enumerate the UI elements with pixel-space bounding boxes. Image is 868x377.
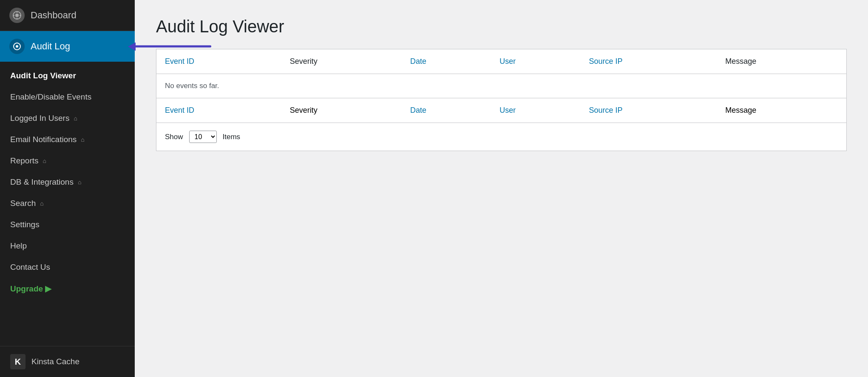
sidebar-item-contact-us[interactable]: Contact Us (0, 257, 135, 278)
col-severity[interactable]: Severity (281, 49, 402, 74)
col-message-bottom: Message (717, 98, 846, 123)
svg-point-7 (16, 45, 18, 48)
col-user-bottom[interactable]: User (491, 98, 580, 123)
audit-log-label: Audit Log (31, 41, 70, 52)
col-message: Message (717, 49, 846, 74)
col-source-ip[interactable]: Source IP (580, 49, 717, 74)
col-source-ip-bottom[interactable]: Source IP (580, 98, 717, 123)
show-items-row: Show 10 25 50 100 Items (156, 123, 846, 151)
sidebar-item-audit-log-viewer[interactable]: Audit Log Viewer (0, 65, 135, 86)
premium-icon-db-integrations: ⌂ (78, 179, 81, 186)
col-severity-bottom[interactable]: Severity (281, 98, 402, 123)
sidebar-item-enable-disable-events[interactable]: Enable/Disable Events (0, 86, 135, 108)
table-header-top: Event ID Severity Date User Source IP Me… (156, 49, 846, 74)
sidebar-item-db-integrations[interactable]: DB & Integrations ⌂ (0, 171, 135, 193)
main-content: Audit Log Viewer Event ID Severity Date … (135, 0, 868, 377)
premium-icon-search: ⌂ (40, 200, 43, 207)
dashboard-icon (9, 8, 25, 23)
no-events-row: No events so far. (156, 74, 846, 98)
col-date-bottom[interactable]: Date (402, 98, 491, 123)
sidebar-item-help[interactable]: Help (0, 235, 135, 257)
sidebar-kinsta-cache[interactable]: K Kinsta Cache (0, 346, 135, 377)
sidebar-navigation: Audit Log Viewer Enable/Disable Events L… (0, 62, 135, 346)
sidebar-item-search[interactable]: Search ⌂ (0, 193, 135, 214)
premium-icon-email-notifications: ⌂ (81, 136, 84, 143)
arrow-annotation (135, 46, 211, 48)
audit-log-table: Event ID Severity Date User Source IP Me… (156, 49, 846, 123)
dashboard-label: Dashboard (31, 10, 77, 21)
sidebar: Dashboard Audit Log Audit Log Viewer Ena… (0, 0, 135, 377)
col-date[interactable]: Date (402, 49, 491, 74)
sidebar-item-reports[interactable]: Reports ⌂ (0, 150, 135, 171)
audit-log-table-container: Event ID Severity Date User Source IP Me… (156, 49, 847, 151)
page-title: Audit Log Viewer (156, 17, 847, 36)
items-per-page-select[interactable]: 10 25 50 100 (189, 131, 217, 143)
sidebar-item-upgrade[interactable]: Upgrade ▶ (0, 278, 135, 300)
sidebar-item-dashboard[interactable]: Dashboard (0, 0, 135, 31)
show-label: Show (165, 133, 183, 141)
sidebar-audit-log-header[interactable]: Audit Log (0, 31, 135, 62)
sidebar-item-logged-in-users[interactable]: Logged In Users ⌂ (0, 108, 135, 129)
sidebar-item-settings[interactable]: Settings (0, 214, 135, 235)
kinsta-icon: K (10, 354, 26, 369)
sidebar-item-email-notifications[interactable]: Email Notifications ⌂ (0, 129, 135, 150)
premium-icon-reports: ⌂ (43, 157, 46, 164)
col-user[interactable]: User (491, 49, 580, 74)
col-event-id-bottom[interactable]: Event ID (156, 98, 281, 123)
col-event-id[interactable]: Event ID (156, 49, 281, 74)
audit-log-icon (9, 39, 25, 54)
no-events-message: No events so far. (156, 74, 846, 98)
table-header-bottom: Event ID Severity Date User Source IP Me… (156, 98, 846, 123)
svg-point-1 (15, 14, 19, 17)
items-label: Items (223, 133, 241, 141)
arrow-line (135, 46, 211, 48)
premium-icon-logged-in-users: ⌂ (74, 115, 77, 122)
